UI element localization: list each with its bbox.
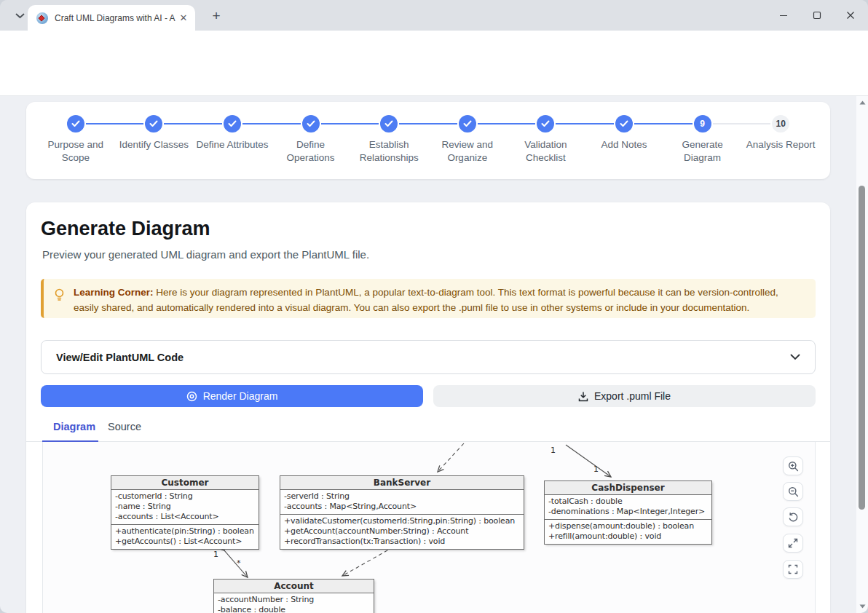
chevron-down-icon: [15, 13, 25, 19]
eye-icon: [186, 391, 197, 402]
render-diagram-button[interactable]: Render Diagram: [41, 385, 423, 407]
scroll-down-icon[interactable]: [856, 601, 868, 612]
step-validation-checklist[interactable]: Validation Checklist: [507, 115, 585, 179]
step-analysis-report[interactable]: 10 Analysis Report: [741, 115, 820, 179]
step-check-icon: [459, 115, 476, 133]
step-check-icon: [67, 115, 84, 133]
step-check-icon: [224, 115, 241, 133]
uml-class-bankserver: BankServer -serverId : String -accounts …: [280, 475, 524, 550]
lightbulb-icon: [54, 288, 65, 302]
tab-close-icon[interactable]: ✕: [178, 12, 189, 24]
reset-view-button[interactable]: [783, 507, 803, 526]
step-define-operations[interactable]: Define Operations: [272, 115, 350, 179]
step-identify-classes[interactable]: Identify Classes: [115, 115, 194, 179]
step-review-and-organize[interactable]: Review and Organize: [428, 115, 507, 179]
page-subtitle: Preview your generated UML diagram and e…: [42, 248, 369, 261]
multiplicity-label: *: [237, 558, 241, 568]
step-number-badge: 10: [772, 115, 789, 133]
step-check-icon: [537, 115, 554, 133]
tab-search-button[interactable]: [10, 7, 29, 25]
step-check-icon: [380, 115, 398, 133]
step-add-notes[interactable]: Add Notes: [585, 115, 663, 179]
uml-class-name: BankServer: [280, 476, 524, 490]
step-check-icon: [615, 115, 633, 133]
step-purpose-and-scope[interactable]: Purpose and Scope: [36, 115, 115, 179]
multiplicity-label: 1: [551, 446, 556, 455]
multiplicity-label: 1: [213, 550, 218, 559]
result-tabs: Diagram Source: [26, 418, 830, 442]
expand-button[interactable]: [783, 534, 803, 553]
window-close-button[interactable]: [840, 6, 861, 25]
page-title: Generate Diagram: [41, 218, 210, 240]
app-header: AI-Assisted UML Class Diagram Generator …: [0, 61, 868, 96]
browser-toolbar: ai-toolbox.visual-paradigm.com/app/ai-as…: [0, 31, 868, 61]
scroll-up-icon[interactable]: [856, 98, 868, 108]
browser-window: Craft UML Diagrams with AI - A ✕ + ai-t: [0, 0, 868, 613]
main-card: Generate Diagram Preview your generated …: [26, 202, 830, 613]
chevron-down-icon: [790, 354, 800, 360]
alert-text: Learning Corner: Here is your diagram re…: [74, 285, 805, 315]
page-body: Purpose and Scope Identify Classes Defin…: [0, 96, 856, 613]
tab-strip: Craft UML Diagrams with AI - A ✕ +: [0, 0, 868, 31]
window-maximize-button[interactable]: [807, 6, 827, 25]
uml-class-cashdispenser: CashDispenser -totalCash : double -denom…: [544, 480, 712, 545]
visual-paradigm-favicon: [36, 12, 48, 24]
step-check-icon: [145, 115, 162, 133]
tab-diagram[interactable]: Diagram: [53, 421, 95, 432]
scrollbar-thumb[interactable]: [859, 186, 865, 510]
diagram-canvas[interactable]: 1 1 1 * Customer -customerId : String -n…: [42, 442, 816, 613]
uml-class-name: Account: [214, 580, 374, 593]
step-number-badge: 9: [694, 115, 711, 133]
tab-title: Craft UML Diagrams with AI - A: [55, 13, 178, 23]
plantuml-accordion-header[interactable]: View/Edit PlantUML Code: [41, 340, 816, 374]
step-define-attributes[interactable]: Define Attributes: [193, 115, 272, 179]
learning-corner-alert: Learning Corner: Here is your diagram re…: [41, 279, 816, 318]
uml-class-name: CashDispenser: [545, 481, 711, 495]
zoom-in-button[interactable]: [783, 456, 803, 475]
uml-class-customer: Customer -customerId : String -name : St…: [111, 475, 259, 550]
page-scrollbar[interactable]: [856, 96, 868, 613]
uml-class-account: Account -accountNumber : String -balance…: [213, 579, 374, 613]
download-icon: [578, 391, 588, 402]
step-check-icon: [302, 115, 320, 133]
zoom-out-button[interactable]: [783, 482, 803, 501]
stepper: Purpose and Scope Identify Classes Defin…: [26, 102, 830, 179]
fullscreen-button[interactable]: [783, 560, 803, 579]
step-establish-relationships[interactable]: Establish Relationships: [350, 115, 428, 179]
browser-tab[interactable]: Craft UML Diagrams with AI - A ✕: [28, 5, 195, 31]
multiplicity-label: 1: [593, 464, 599, 474]
new-tab-button[interactable]: +: [207, 7, 226, 25]
uml-class-name: Customer: [111, 476, 259, 490]
step-generate-diagram[interactable]: 9 Generate Diagram: [663, 115, 742, 179]
window-minimize-button[interactable]: [773, 6, 794, 25]
export-puml-button[interactable]: Export .puml File: [433, 385, 816, 407]
tab-source[interactable]: Source: [108, 421, 141, 432]
